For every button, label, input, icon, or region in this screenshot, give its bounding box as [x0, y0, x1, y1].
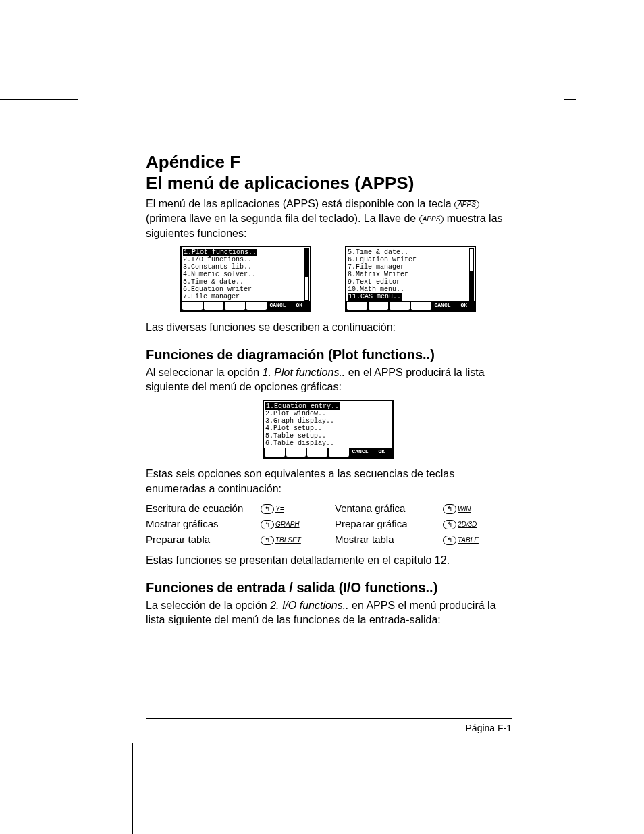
fn-label: Y=	[275, 505, 297, 513]
menu-item: 4.Numeric solver..	[183, 271, 308, 278]
softkey-blank	[182, 302, 203, 310]
softkey-blank	[369, 302, 389, 310]
after-screens-text: Las diversas funciones se describen a co…	[146, 320, 510, 335]
section-io-intro: La selección de la opción 2. I/O functio…	[146, 598, 510, 627]
softkey-blank	[307, 448, 327, 457]
footer-rule	[146, 718, 512, 719]
equiv-label: Mostrar gráficas	[146, 518, 261, 529]
section-plot-title: Funciones de diagramación (Plot function…	[146, 347, 510, 363]
menu-item: 3.Constants lib..	[183, 263, 308, 271]
equiv-label: Ventana gráfica	[335, 502, 443, 514]
equiv-intro: Estas seis opciones son equivalentes a l…	[146, 467, 510, 496]
softkey-blank	[390, 302, 410, 310]
menu-item: 7.File manager	[183, 293, 308, 301]
menu-item: 3.Graph display..	[265, 417, 391, 425]
menu-item: 10.Math menu..	[348, 286, 473, 293]
equiv-keys: ↰TBLSET	[261, 533, 335, 545]
menu-item: 9.Text editor	[348, 278, 473, 286]
equiv-label: Mostrar tabla	[335, 533, 443, 545]
page-content: Apéndice F El menú de aplicaciones (APPS…	[146, 152, 510, 633]
calc-screen-apps-top: 1.Plot functions.. 2.I/O functions.. 3.C…	[180, 246, 311, 312]
menu-item: 5.Time & date..	[348, 249, 473, 256]
menu-item: 1.Plot functions..	[183, 249, 257, 256]
left-shift-icon: ↰	[443, 520, 456, 529]
menu-item: 2.Plot window..	[265, 410, 391, 417]
left-shift-icon: ↰	[443, 504, 456, 514]
left-shift-icon: ↰	[261, 504, 274, 514]
softkey-blank	[329, 448, 349, 457]
scroll-thumb	[470, 271, 473, 300]
softkey-blank	[286, 448, 306, 457]
scrollbar	[469, 248, 474, 301]
softkey-blank	[347, 302, 367, 310]
equiv-keys: ↰TABLE	[443, 533, 510, 545]
fn-label: GRAPH	[275, 521, 300, 528]
apps-key-icon: APPS	[454, 200, 479, 209]
menu-item: 7.File manager	[348, 263, 473, 271]
menu-item: 2.I/O functions..	[183, 256, 308, 263]
left-shift-icon: ↰	[261, 520, 274, 529]
equiv-label: Escritura de ecuación	[146, 502, 261, 514]
softkey-row: CANCL OK	[182, 301, 310, 311]
section-io-title: Funciones de entrada / salida (I/O funct…	[146, 580, 510, 596]
equiv-keys: ↰WIN	[443, 502, 510, 514]
crop-mark	[78, 0, 78, 99]
text: El menú de las aplicaciones (APPS) está …	[146, 198, 454, 209]
menu-item: 6.Table display..	[265, 440, 391, 447]
equiv-keys: ↰Y=	[261, 502, 335, 514]
text: (primera llave en la segunda fila del te…	[146, 213, 419, 224]
equiv-label: Preparar tabla	[146, 533, 261, 545]
fn-label: WIN	[458, 505, 479, 513]
menu-option-ref: 2. I/O functions..	[270, 600, 349, 611]
menu-item: 5.Time & date..	[183, 278, 308, 286]
menu-item: 5.Table setup..	[265, 432, 391, 440]
softkey-blank	[411, 302, 431, 310]
softkey-cancel: CANCL	[350, 448, 371, 457]
softkey-row: CANCL OK	[264, 448, 392, 457]
apps-screens-row: 1.Plot functions.. 2.I/O functions.. 3.C…	[146, 246, 510, 312]
softkey-cancel: CANCL	[268, 302, 288, 310]
crop-mark	[564, 99, 576, 100]
softkey-ok: OK	[289, 302, 309, 310]
menu-item: 4.Plot setup..	[265, 425, 391, 432]
chapter-ref: Estas funciones se presentan detalladame…	[146, 553, 510, 568]
menu-item: 8.Matrix Writer	[348, 271, 473, 278]
calc-screen-plot: 1.Equation entry.. 2.Plot window.. 3.Gra…	[263, 400, 394, 459]
softkey-blank	[265, 448, 285, 457]
scrollbar	[304, 248, 309, 301]
fn-label: 2D/3D	[458, 521, 479, 528]
softkey-blank	[246, 302, 267, 310]
plot-screen-wrap: 1.Equation entry.. 2.Plot window.. 3.Gra…	[146, 400, 510, 459]
menu-item: 11.CAS menu..	[348, 293, 402, 301]
softkey-blank	[225, 302, 245, 310]
softkey-cancel: CANCL	[433, 302, 453, 310]
menu-item: 1.Equation entry..	[265, 402, 340, 410]
fn-label: TBLSET	[275, 536, 301, 544]
menu-item: 6.Equation writer	[348, 256, 473, 263]
section-plot-intro: Al seleccionar la opción 1. Plot functio…	[146, 365, 510, 394]
softkey-ok: OK	[371, 448, 392, 457]
softkey-ok: OK	[454, 302, 474, 310]
left-shift-icon: ↰	[443, 536, 456, 545]
apps-key-icon: APPS	[419, 215, 444, 224]
key-equivalence-table: Escritura de ecuación ↰Y= Ventana gráfic…	[146, 502, 510, 545]
equiv-keys: ↰GRAPH	[261, 518, 335, 529]
text: La selección de la opción	[146, 600, 270, 611]
softkey-row: CANCL OK	[346, 301, 475, 311]
title-line-1: Apéndice F	[146, 152, 240, 172]
scroll-thumb	[305, 249, 308, 277]
crop-mark	[132, 743, 133, 834]
equiv-label: Preparar gráfica	[335, 518, 443, 529]
appendix-title: Apéndice F El menú de aplicaciones (APPS…	[146, 152, 510, 194]
left-shift-icon: ↰	[261, 536, 274, 545]
menu-option-ref: 1. Plot functions..	[263, 367, 346, 378]
title-line-2: El menú de aplicaciones (APPS)	[146, 173, 414, 193]
softkey-blank	[204, 302, 224, 310]
equiv-keys: ↰2D/3D	[443, 518, 510, 529]
page-number: Página F-1	[466, 723, 512, 733]
calc-screen-apps-bottom: 5.Time & date.. 6.Equation writer 7.File…	[345, 246, 476, 312]
text: Al seleccionar la opción	[146, 367, 263, 378]
intro-paragraph: El menú de las aplicaciones (APPS) está …	[146, 197, 510, 240]
crop-mark	[0, 99, 78, 100]
fn-label: TABLE	[458, 536, 479, 544]
